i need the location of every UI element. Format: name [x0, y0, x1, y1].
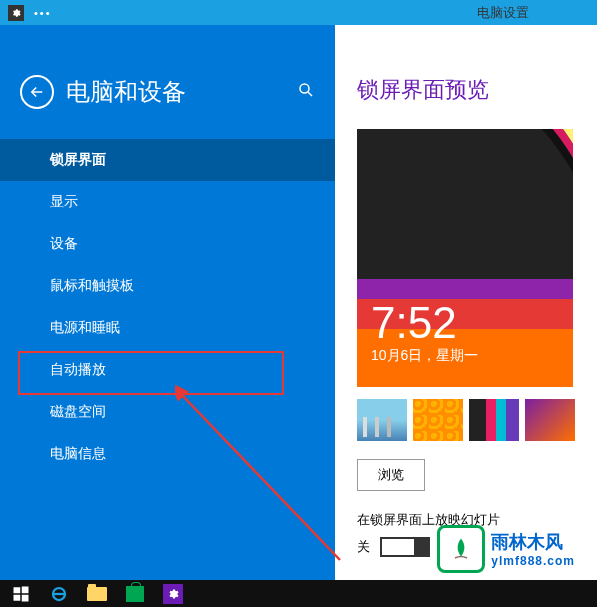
thumbnail-row	[357, 399, 579, 441]
watermark-url: ylmf888.com	[491, 554, 575, 568]
sidebar-item-lockscreen[interactable]: 锁屏界面	[0, 139, 335, 181]
title-bar-menu-icon[interactable]: •••	[34, 7, 52, 19]
sidebar-item-label: 设备	[50, 235, 78, 251]
svg-point-0	[300, 84, 309, 93]
browse-section: 浏览	[357, 459, 579, 491]
svg-rect-7	[14, 594, 21, 600]
sidebar-item-label: 电源和睡眠	[50, 319, 120, 335]
svg-rect-8	[22, 594, 29, 601]
sidebar-item-disk[interactable]: 磁盘空间	[0, 391, 335, 433]
slideshow-toggle[interactable]	[380, 537, 430, 557]
wallpaper-thumbnail[interactable]	[525, 399, 575, 441]
sidebar-item-label: 鼠标和触摸板	[50, 277, 134, 293]
content-title: 锁屏界面预览	[357, 75, 579, 105]
sidebar-header: 电脑和设备	[0, 75, 335, 139]
svg-rect-6	[22, 586, 29, 593]
gear-icon[interactable]	[8, 5, 24, 21]
sidebar-item-devices[interactable]: 设备	[0, 223, 335, 265]
sidebar-item-display[interactable]: 显示	[0, 181, 335, 223]
preview-date: 10月6日，星期一	[371, 347, 478, 365]
sidebar-item-mouse[interactable]: 鼠标和触摸板	[0, 265, 335, 307]
browse-button[interactable]: 浏览	[357, 459, 425, 491]
search-icon[interactable]	[297, 81, 315, 103]
sidebar-item-autoplay[interactable]: 自动播放	[0, 349, 335, 391]
window-title: 电脑设置	[477, 4, 529, 22]
sidebar-item-label: 自动播放	[50, 361, 106, 377]
svg-rect-4	[357, 279, 573, 299]
watermark-logo-icon	[437, 525, 485, 573]
wallpaper-thumbnail[interactable]	[413, 399, 463, 441]
start-button[interactable]	[2, 580, 40, 607]
sidebar-item-label: 显示	[50, 193, 78, 209]
sidebar-title: 电脑和设备	[66, 76, 297, 108]
toggle-state-label: 关	[357, 538, 370, 556]
sidebar-item-label: 电脑信息	[50, 445, 106, 461]
lockscreen-preview: 7:52 10月6日，星期一	[357, 129, 573, 387]
taskbar-settings-icon[interactable]	[154, 580, 192, 607]
content-pane: 锁屏界面预览 7:52 10月6日，星期一	[335, 25, 597, 580]
preview-clock: 7:52 10月6日，星期一	[371, 301, 478, 365]
sidebar: 电脑和设备 锁屏界面 显示 设备 鼠标和触摸板 电源和睡眠 自动播放 磁盘空间 …	[0, 25, 335, 580]
watermark-name: 雨林木风	[491, 530, 575, 554]
nav-list: 锁屏界面 显示 设备 鼠标和触摸板 电源和睡眠 自动播放 磁盘空间 电脑信息	[0, 139, 335, 475]
preview-time: 7:52	[371, 301, 478, 345]
wallpaper-thumbnail[interactable]	[357, 399, 407, 441]
taskbar-explorer-icon[interactable]	[78, 580, 116, 607]
back-button[interactable]	[20, 75, 54, 109]
sidebar-item-power[interactable]: 电源和睡眠	[0, 307, 335, 349]
watermark: 雨林木风 ylmf888.com	[437, 525, 575, 573]
taskbar	[0, 580, 597, 607]
sidebar-item-pcinfo[interactable]: 电脑信息	[0, 433, 335, 475]
title-bar: ••• 电脑设置	[0, 0, 597, 25]
main-container: 电脑和设备 锁屏界面 显示 设备 鼠标和触摸板 电源和睡眠 自动播放 磁盘空间 …	[0, 25, 597, 580]
taskbar-ie-icon[interactable]	[40, 580, 78, 607]
sidebar-item-label: 锁屏界面	[50, 151, 106, 167]
taskbar-store-icon[interactable]	[116, 580, 154, 607]
sidebar-item-label: 磁盘空间	[50, 403, 106, 419]
svg-rect-5	[14, 587, 21, 593]
wallpaper-thumbnail[interactable]	[469, 399, 519, 441]
